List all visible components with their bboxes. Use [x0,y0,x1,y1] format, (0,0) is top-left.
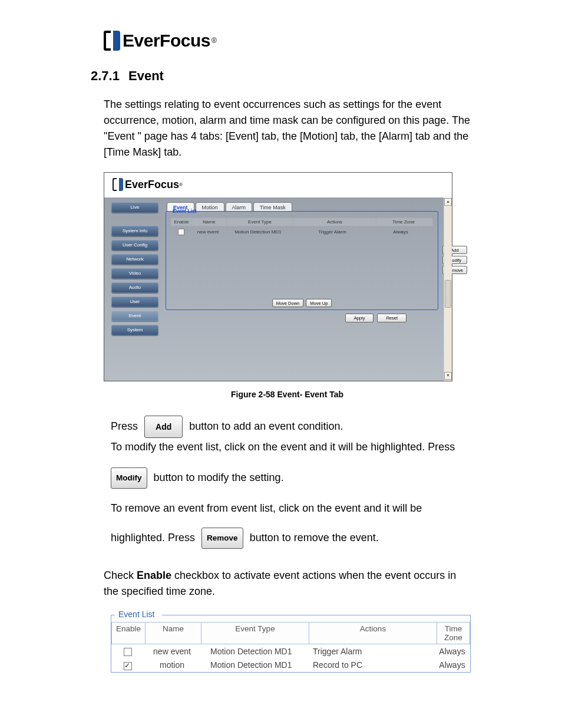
event-list2-row[interactable]: new event Motion Detection MD1 Trigger A… [111,644,470,658]
text: button to modify the setting. [151,472,284,483]
move-up-button[interactable]: Move Up [306,299,332,307]
brand-name: EverFocus [123,31,210,51]
figure-tabs: Event Motion Alarm Time Mask [167,202,438,212]
figure-event-tab: EverFocus® Live System Info User Config … [104,172,452,381]
event-row[interactable]: new event Motion Detection MD1 Trigger A… [171,228,433,236]
figure-brand-name: EverFocus [125,179,179,191]
sidebar-item-network[interactable]: Network [111,254,158,265]
col-actions: Actions [309,622,437,644]
everfocus-icon [104,29,120,52]
move-down-button[interactable]: Move Down [272,299,304,307]
row-actions: Record to PC [307,660,434,670]
enable-instruction: Check Enable checkbox to activate event … [104,568,471,599]
scroll-thumb[interactable] [445,280,451,308]
col-time-zone: Time Zone [437,622,470,644]
remove-instruction: To remove an event from event list, clic… [111,499,471,517]
sidebar-item-user-config[interactable]: User Config [111,240,158,251]
event-list-example: Event List Enable Name Event Type Action… [111,615,471,673]
figure-sidebar: Live System Info User Config Network Vid… [111,202,158,376]
text: Press [111,420,141,432]
figure-caption: Figure 2-58 Event- Event Tab [104,390,471,399]
col-enable: Enable [171,218,192,226]
modify-instruction: Modify button to modify the setting. [111,467,471,489]
sidebar-item-audio[interactable]: Audio [111,282,158,293]
scroll-down-icon[interactable]: ▼ [444,372,452,380]
enable-checkbox[interactable] [124,648,132,656]
event-list2-row[interactable]: motion Motion Detection MD1 Record to PC… [111,658,470,671]
text: To remove an event from event list, clic… [111,502,422,514]
scroll-up-icon[interactable]: ▲ [444,198,452,206]
section-title: Event [128,68,164,83]
enable-keyword: Enable [137,569,171,581]
add-instruction: Press Add button to add an event conditi… [111,416,471,456]
enable-checkbox[interactable] [124,662,132,670]
modify-button-inline: Modify [111,467,147,489]
remove-button-inline: Remove [201,528,243,549]
intro-paragraph: The settings relating to event occurrenc… [104,97,471,160]
tab-motion[interactable]: Motion [196,202,224,212]
panel-title: Event List [171,208,199,214]
event-table-header: Enable Name Event Type Actions Time Zone [171,218,433,226]
text: To modify the event list, click on the e… [111,441,455,453]
row-name: new event [144,647,200,656]
row-event-type: Motion Detection MD1 [200,647,307,656]
figure-brand-logo: EverFocus® [113,177,183,192]
row-name: new event [191,228,225,236]
everfocus-icon [113,177,123,192]
event-list2-header: Enable Name Event Type Actions Time Zone [111,622,470,644]
text: Check [104,569,137,581]
registered-mark: ® [179,182,183,187]
event-list-panel: Event List Enable Name Event Type Action… [166,211,438,310]
sidebar-item-video[interactable]: Video [111,268,158,279]
brand-logo: EverFocus® [104,29,471,52]
section-number: 2.7.1 [91,68,128,84]
text: button to add an event condition. [186,420,343,432]
row-time-zone: Always [373,228,428,236]
row-name: motion [144,660,200,670]
add-button-inline: Add [144,416,183,438]
row-time-zone: Always [434,647,470,656]
row-actions: Trigger Alarm [307,647,434,656]
row-time-zone: Always [434,660,470,670]
sidebar-item-event[interactable]: Event [111,311,158,321]
tab-time-mask[interactable]: Time Mask [253,202,292,212]
sidebar-item-live[interactable]: Live [111,202,158,213]
event-list-legend: Event List [116,610,157,619]
col-enable: Enable [111,622,145,644]
tab-alarm[interactable]: Alarm [226,202,253,212]
section-heading: 2.7.1Event [91,68,471,84]
col-actions: Actions [293,218,376,226]
row-actions: Trigger Alarm [291,228,373,236]
sidebar-item-system[interactable]: System [111,325,158,335]
text: highlighted. Press [111,532,198,543]
apply-button[interactable]: Apply [345,314,374,322]
col-time-zone: Time Zone [376,218,431,226]
col-event-type: Event Type [227,218,293,226]
enable-checkbox[interactable] [178,229,184,235]
sidebar-item-user[interactable]: User [111,297,158,307]
col-name: Name [145,622,201,644]
figure-scrollbar[interactable]: ▲ ▼ [444,197,452,381]
row-event-type: Motion Detection MD1 [200,660,307,670]
row-event-type: Motion Detection MD1 [225,228,291,236]
text: button to remove the event. [247,532,379,543]
registered-mark: ® [211,37,217,45]
col-event-type: Event Type [201,622,309,644]
remove-instruction-2: highlighted. Press Remove button to remo… [111,528,471,549]
sidebar-item-system-info[interactable]: System Info [111,226,158,236]
col-name: Name [192,218,227,226]
reset-button[interactable]: Reset [377,314,406,322]
